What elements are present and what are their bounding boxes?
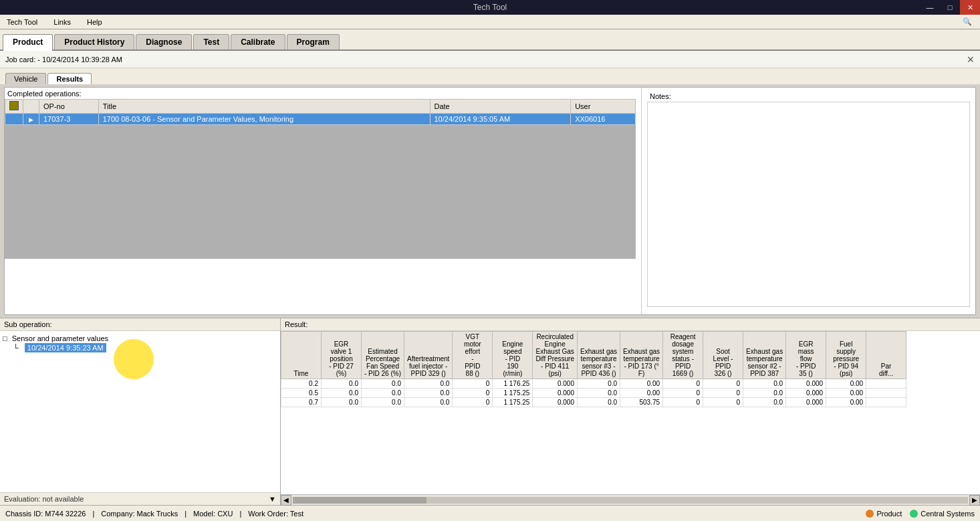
product-indicator: Product	[866, 510, 902, 518]
tab-diagnose[interactable]: Diagnose	[136, 34, 192, 49]
cell-recirculated: 0.000	[533, 398, 578, 407]
h-scroll-right-arrow[interactable]: ▶	[969, 495, 980, 506]
nav-tabs: Product Product History Diagnose Test Ca…	[0, 29, 980, 51]
col-egr-valve: EGRvalve 1position- PID 27(%)	[322, 332, 362, 379]
result-panel: Result: Time EGRvalve 1position- PID 27(…	[281, 318, 980, 505]
title-bar: Tech Tool — □ ✕	[0, 0, 980, 15]
tree-child-item[interactable]: 10/24/2014 9:35:23 AM	[25, 343, 106, 352]
cell-exhaust_temp2: 0.00	[620, 389, 663, 398]
col-egr-mass: EGRmassflow- PPID35 ()	[786, 332, 826, 379]
cell-egr_mass: 0.000	[786, 389, 826, 398]
job-card-label: Job card: - 10/24/2014 10:39:28 AM	[5, 56, 122, 64]
cell-aftertreatment: 0.0	[404, 389, 453, 398]
central-systems-indicator: Central Systems	[910, 510, 975, 518]
cell-reagent_dosage: 0	[663, 389, 703, 398]
table-row[interactable]: ▶ 17037-3 1700 08-03-06 - Sensor and Par…	[5, 114, 636, 125]
col-header-title: Title	[98, 100, 430, 114]
row-user: XX06016	[571, 114, 636, 125]
tab-product[interactable]: Product	[3, 34, 53, 51]
cell-engine_speed: 1 176.25	[493, 379, 533, 389]
central-systems-label: Central Systems	[921, 510, 975, 518]
status-model: Model: CXU	[193, 510, 233, 518]
status-right: Product Central Systems	[866, 510, 975, 518]
cell-reagent_dosage: 0	[663, 379, 703, 389]
tree-child-icon: └	[13, 344, 19, 352]
cell-egr_valve: 0.0	[322, 398, 362, 407]
row-icon1	[5, 114, 23, 125]
window-controls: — □ ✕	[920, 0, 980, 15]
status-work-order: Work Order: Test	[248, 510, 303, 518]
row-op-no: 17037-3	[39, 114, 99, 125]
result-tbody: 0.20.00.00.001 176.250.0000.00.00000.00.…	[281, 379, 906, 407]
job-card-bar: Job card: - 10/24/2014 10:39:28 AM ✕	[0, 51, 980, 68]
col-par-diff: Pardiff...	[866, 332, 906, 379]
h-scroll-track[interactable]	[293, 497, 968, 504]
result-label: Result:	[281, 318, 980, 331]
menu-links[interactable]: Links	[49, 17, 75, 27]
collapse-icon[interactable]: □	[3, 334, 7, 342]
tree-root-item: □ Sensor and parameter values	[3, 334, 277, 343]
h-scroll-left-arrow[interactable]: ◀	[281, 495, 291, 506]
window-title: Tech Tool	[473, 3, 507, 12]
cell-time: 0.7	[281, 398, 322, 407]
cell-par_diff	[866, 389, 906, 398]
cell-egr_mass: 0.000	[786, 379, 826, 389]
table-row: 0.70.00.00.001 175.250.0000.0503.75000.0…	[281, 398, 906, 407]
col-fan-speed: EstimatedPercentageFan Speed- PID 26 (%)	[362, 332, 404, 379]
tab-test[interactable]: Test	[193, 34, 229, 49]
result-table-wrap[interactable]: Time EGRvalve 1position- PID 27(%) Estim…	[281, 331, 980, 494]
job-card-close[interactable]: ✕	[967, 54, 975, 65]
cell-vgt_motor: 0	[453, 389, 493, 398]
cell-par_diff	[866, 398, 906, 407]
cell-estimated_fan: 0.0	[362, 398, 404, 407]
notes-textarea[interactable]	[647, 102, 970, 307]
row-play: ▶	[23, 114, 39, 125]
col-time: Time	[281, 332, 322, 379]
cell-aftertreatment: 0.0	[404, 379, 453, 389]
cell-exhaust_temp3: 0.0	[743, 398, 786, 407]
central-systems-dot	[910, 510, 918, 518]
completed-ops-label: Completed operations:	[5, 88, 636, 99]
cell-fuel_supply: 0.00	[826, 379, 866, 389]
cell-soot_level: 0	[703, 379, 743, 389]
close-button[interactable]: ✕	[960, 0, 980, 15]
tab-product-history[interactable]: Product History	[54, 34, 134, 49]
tree-root-label: Sensor and parameter values	[12, 334, 108, 342]
search-icon[interactable]: 🔍	[963, 17, 972, 26]
sub-op-panel: Sub operation: □ Sensor and parameter va…	[0, 318, 281, 505]
eval-dropdown[interactable]: ▼	[269, 495, 276, 503]
h-scroll-thumb[interactable]	[293, 497, 426, 504]
sub-tab-results[interactable]: Results	[47, 73, 92, 84]
h-scroll[interactable]: ◀ ▶	[281, 494, 980, 505]
cell-soot_level: 0	[703, 398, 743, 407]
menu-help[interactable]: Help	[83, 17, 106, 27]
cell-exhaust_temp2: 0.00	[620, 379, 663, 389]
tab-program[interactable]: Program	[287, 34, 340, 49]
maximize-button[interactable]: □	[940, 0, 960, 15]
status-bar: Chassis ID: M744 32226 | Company: Mack T…	[0, 505, 980, 521]
row-date: 10/24/2014 9:35:05 AM	[430, 114, 571, 125]
cell-recirculated: 0.000	[533, 389, 578, 398]
tab-calibrate[interactable]: Calibrate	[231, 34, 285, 49]
sub-tab-vehicle[interactable]: Vehicle	[5, 73, 46, 84]
col-soot: SootLevel -PPID326 ()	[703, 332, 743, 379]
minimize-button[interactable]: —	[920, 0, 940, 15]
cell-reagent_dosage: 0	[663, 398, 703, 407]
cell-fuel_supply: 0.00	[826, 398, 866, 407]
col-header-icon2	[23, 100, 39, 114]
tree-child: └ 10/24/2014 9:35:23 AM	[13, 343, 277, 352]
menu-bar: Tech Tool Links Help 🔍	[0, 15, 980, 29]
main-content: Completed operations: OP-no Title Date U…	[0, 84, 980, 505]
cell-egr_valve: 0.0	[322, 379, 362, 389]
sub-op-label: Sub operation:	[0, 318, 280, 331]
ops-table: OP-no Title Date User ▶ 17037-3 1700 08-…	[5, 99, 636, 125]
table-row: 0.20.00.00.001 176.250.0000.00.00000.00.…	[281, 379, 906, 389]
cell-recirculated: 0.000	[533, 379, 578, 389]
col-aftertreatment: Aftertreatmentfuel injector -PPID 329 ()	[404, 332, 453, 379]
cell-estimated_fan: 0.0	[362, 389, 404, 398]
cell-egr_valve: 0.0	[322, 389, 362, 398]
row-title: 1700 08-03-06 - Sensor and Parameter Val…	[98, 114, 430, 125]
table-row: 0.50.00.00.001 175.250.0000.00.00000.00.…	[281, 389, 906, 398]
product-label: Product	[876, 510, 902, 518]
menu-tech-tool[interactable]: Tech Tool	[3, 17, 41, 27]
